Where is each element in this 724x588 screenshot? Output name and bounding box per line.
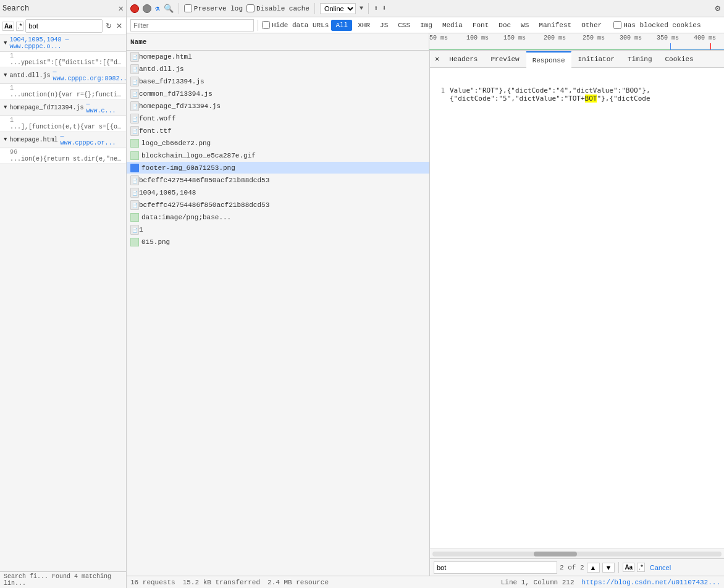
- stop-button[interactable]: [143, 4, 151, 13]
- ms-200: 200 ms: [544, 35, 566, 41]
- toolbar-separator-2: [314, 3, 315, 14]
- ms-100: 100 ms: [466, 35, 489, 41]
- close-icon[interactable]: ✕: [119, 3, 124, 14]
- tab-response[interactable]: Response: [526, 51, 572, 68]
- file-row-logo-png[interactable]: logo_cb66de72.png: [127, 137, 429, 149]
- file-name-5: homepage_fd713394.js: [139, 103, 426, 110]
- file-icon-doc-7: 📄: [130, 126, 139, 136]
- scroll-thumb[interactable]: [534, 552, 577, 556]
- bottom-case-button[interactable]: Aa: [623, 563, 634, 572]
- chevron-down-icon: ▼: [4, 40, 7, 46]
- search-title: Search: [2, 4, 29, 13]
- search-input-row: Aa .* ↻ ✕: [0, 17, 126, 35]
- tab-headers[interactable]: Headers: [443, 51, 484, 67]
- disable-cache-checkbox[interactable]: Disable cache: [246, 4, 309, 12]
- search-result-item-1[interactable]: 1 ...ypeList":[{"dictList":[{"dictCod...: [0, 52, 126, 67]
- case-sensitive-button[interactable]: Aa: [2, 22, 14, 31]
- filter-tab-img[interactable]: Img: [416, 20, 437, 31]
- search-result-group-3[interactable]: ▼ homepage_fd713394.js — www.c...: [0, 99, 126, 116]
- ms-350: 350 ms: [657, 35, 679, 41]
- file-row-hash-1[interactable]: 📄 bcfeffc42754486f850acf21b88dcd53: [127, 174, 429, 187]
- file-name-11: bcfeffc42754486f850acf21b88dcd53: [139, 177, 426, 184]
- file-row-base[interactable]: 📄 base_fd713394.js: [127, 75, 429, 88]
- import-icon[interactable]: ⬆: [374, 4, 378, 13]
- response-scrollbar[interactable]: [430, 548, 724, 558]
- file-list-panel: 📄 homepage.html 📄 antd.dll.js 📄 base_fd7…: [127, 51, 429, 576]
- preserve-log-checkbox[interactable]: Preserve log: [184, 4, 243, 12]
- data-transferred: 15.2 kB transferred: [183, 579, 260, 586]
- hide-data-urls-label: Hide data URLs: [272, 22, 329, 29]
- scroll-track[interactable]: [432, 552, 722, 556]
- file-row-font-woff[interactable]: 📄 font.woff: [127, 112, 429, 125]
- file-row-data-img[interactable]: data:image/png;base...: [127, 211, 429, 224]
- search-result-group-4[interactable]: ▼ homepage.html — www.cpppc.or...: [0, 132, 126, 148]
- result-number-1: 1: [10, 52, 122, 59]
- filter-tab-xhr[interactable]: XHR: [353, 20, 374, 31]
- preserve-log-input[interactable]: [184, 4, 192, 12]
- throttle-select[interactable]: Online: [320, 3, 356, 14]
- hide-data-urls-input[interactable]: [262, 21, 270, 29]
- tab-initiator[interactable]: Initiator: [571, 51, 621, 67]
- search-result-item-4[interactable]: 96 ...ion(e){return st.dir(e,"nextSi...: [0, 148, 126, 164]
- clear-search-button[interactable]: ✕: [115, 20, 124, 32]
- disable-cache-input[interactable]: [246, 4, 255, 12]
- file-icon-doc-8: 📄: [130, 175, 139, 185]
- filter-tab-other[interactable]: Other: [577, 20, 606, 31]
- has-blocked-cookies-checkbox[interactable]: Has blocked cookies: [613, 21, 701, 29]
- file-icon-doc-3: 📄: [130, 77, 139, 86]
- search-icon[interactable]: 🔍: [164, 4, 174, 14]
- tab-preview[interactable]: Preview: [484, 51, 526, 67]
- search-result-group-1[interactable]: ▼ 1004,1005,1048 — www.cpppc.o...: [0, 35, 126, 52]
- file-row-homepage-html[interactable]: 📄 homepage.html: [127, 51, 429, 63]
- file-row-common[interactable]: 📄 common_fd713394.js: [127, 88, 429, 100]
- file-row-one[interactable]: 📄 1: [127, 224, 429, 236]
- filter-icon[interactable]: ⚗: [155, 4, 160, 14]
- file-row-font-ttf[interactable]: 📄 font.ttf: [127, 125, 429, 137]
- regex-button[interactable]: .*: [16, 22, 24, 31]
- result-preview-1: ...ypeList":[{"dictList":[{"dictCod...: [10, 59, 122, 66]
- record-button[interactable]: [130, 4, 139, 13]
- refresh-search-button[interactable]: ↻: [104, 20, 113, 32]
- search-result-item-2[interactable]: 1 ...unction(n){var r={};function o(...: [0, 84, 126, 99]
- filter-tab-manifest[interactable]: Manifest: [534, 20, 576, 31]
- search-results-list: ▼ 1004,1005,1048 — www.cpppc.o... 1 ...y…: [0, 35, 126, 571]
- search-result-group-2[interactable]: ▼ antd.dll.js — www.cpppc.org:8082...: [0, 67, 126, 84]
- tab-cookies[interactable]: Cookies: [659, 51, 701, 67]
- timeline-section: Name 50 ms 100 ms 150 ms 200 ms 250 ms 3…: [127, 33, 724, 51]
- export-icon[interactable]: ⬇: [382, 4, 386, 13]
- tab-timing[interactable]: Timing: [621, 51, 659, 67]
- filter-tab-media[interactable]: Media: [438, 20, 467, 31]
- next-match-button[interactable]: ▼: [602, 563, 615, 573]
- file-row-antd-dll[interactable]: 📄 antd.dll.js: [127, 63, 429, 75]
- file-row-homepage-fd[interactable]: 📄 homepage_fd713394.js: [127, 100, 429, 112]
- result-number-4: 96: [10, 149, 122, 156]
- close-panel-button[interactable]: ✕: [431, 53, 443, 65]
- filter-tab-all[interactable]: All: [331, 20, 352, 31]
- file-row-blockchain-gif[interactable]: blockchain_logo_e5ca287e.gif: [127, 149, 429, 162]
- file-row-numbers[interactable]: 📄 1004,1005,1048: [127, 187, 429, 199]
- file-row-015-png[interactable]: 015.png: [127, 236, 429, 248]
- bottom-regex-button[interactable]: .*: [637, 563, 645, 572]
- prev-match-button[interactable]: ▲: [587, 563, 600, 573]
- has-blocked-cookies-input[interactable]: [613, 21, 621, 29]
- file-name-8: logo_cb66de72.png: [141, 140, 426, 147]
- settings-icon[interactable]: ⚙: [715, 3, 720, 14]
- hide-data-urls-checkbox[interactable]: Hide data URLs: [262, 21, 329, 29]
- file-row-footer-img[interactable]: footer-img_60a71253.png: [127, 162, 429, 174]
- filter-tab-ws[interactable]: WS: [516, 20, 533, 31]
- search-input[interactable]: [28, 22, 99, 30]
- file-row-hash-2[interactable]: 📄 bcfeffc42754486f850acf21b88dcd53: [127, 199, 429, 211]
- filter-tab-font[interactable]: Font: [468, 20, 493, 31]
- response-line-1: 1 Value":"ROT"},{"dictCode":"4","dictVal…: [432, 86, 722, 103]
- chevron-down-icon-2: ▼: [4, 72, 7, 78]
- filter-tab-css[interactable]: CSS: [394, 20, 415, 31]
- file-name-1: homepage.html: [139, 53, 426, 61]
- search-result-item-3[interactable]: 1 ...],[function(e,t){var s=[{object...: [0, 116, 126, 132]
- result-url-1: 1004,1005,1048 — www.cpppc.o...: [9, 36, 122, 50]
- bottom-search-input[interactable]: [434, 561, 557, 574]
- filter-input[interactable]: [130, 19, 254, 32]
- cancel-search-button[interactable]: Cancel: [650, 564, 671, 571]
- filter-tab-doc[interactable]: Doc: [494, 20, 515, 31]
- filter-tab-js[interactable]: JS: [376, 20, 392, 31]
- result-preview-2: ...unction(n){var r={};function o(...: [10, 91, 122, 98]
